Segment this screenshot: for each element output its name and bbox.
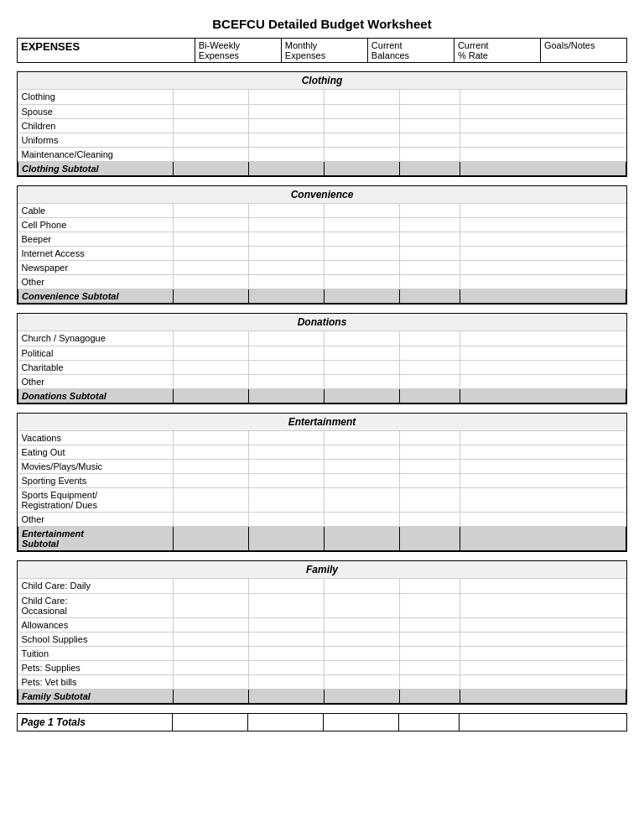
data-cell: [174, 204, 249, 218]
subtotal-cell: [174, 388, 249, 403]
data-cell: [325, 646, 400, 660]
data-cell: [460, 646, 626, 660]
table-row: Eating Out: [18, 445, 626, 460]
data-cell: [174, 261, 249, 275]
table-row: Spouse: [18, 104, 626, 118]
data-cell: [400, 374, 460, 388]
page-totals-col5: [460, 713, 627, 731]
row-label: Other: [18, 513, 174, 527]
row-label: Allowances: [18, 617, 174, 632]
sections-container: ClothingClothingSpouseChildrenUniformsMa…: [17, 71, 627, 705]
row-label: Newspaper: [18, 261, 174, 275]
section-entertainment: EntertainmentVacationsEating OutMovies/P…: [17, 413, 627, 553]
table-row: Other: [18, 374, 626, 388]
row-label: Child Care: Daily: [18, 579, 174, 593]
data-cell: [460, 360, 626, 374]
data-cell: [400, 360, 460, 374]
data-cell: [400, 247, 460, 261]
row-label: Political: [18, 346, 174, 360]
subtotal-label: Donations Subtotal: [18, 388, 174, 403]
subtotal-cell: [325, 388, 400, 403]
data-cell: [325, 513, 400, 527]
data-cell: [174, 346, 249, 360]
header-current-balances: Current Balances: [367, 39, 454, 63]
subtotal-cell: [249, 388, 325, 403]
row-label: Clothing: [18, 90, 174, 104]
data-cell: [249, 674, 325, 689]
data-cell: [325, 674, 400, 689]
data-cell: [460, 488, 626, 513]
page-title: BCEFCU Detailed Budget Worksheet: [17, 17, 627, 31]
data-cell: [174, 374, 249, 388]
data-cell: [249, 445, 325, 460]
table-row: Pets: Supplies: [18, 660, 626, 674]
subtotal-cell: [325, 289, 400, 304]
data-cell: [460, 431, 626, 445]
data-cell: [400, 445, 460, 460]
data-cell: [460, 593, 626, 617]
data-cell: [460, 474, 626, 488]
data-cell: [249, 104, 325, 118]
data-cell: [249, 118, 325, 133]
data-cell: [249, 261, 325, 275]
table-row: Beeper: [18, 232, 626, 247]
data-cell: [174, 275, 249, 289]
data-cell: [325, 617, 400, 632]
data-cell: [325, 133, 400, 147]
data-cell: [325, 331, 400, 346]
table-row: Cell Phone: [18, 218, 626, 232]
data-cell: [325, 204, 400, 218]
data-cell: [460, 204, 626, 218]
subtotal-label: EntertainmentSubtotal: [18, 527, 174, 551]
data-cell: [400, 513, 460, 527]
data-cell: [325, 147, 400, 161]
data-cell: [174, 90, 249, 104]
data-cell: [325, 445, 400, 460]
data-cell: [174, 579, 249, 593]
section-table-convenience: CableCell PhoneBeeperInternet AccessNews…: [18, 204, 626, 305]
table-row: Sports Equipment/Registration/ Dues: [18, 488, 626, 513]
data-cell: [400, 488, 460, 513]
table-row: Sporting Events: [18, 474, 626, 488]
data-cell: [249, 360, 325, 374]
data-cell: [400, 331, 460, 346]
section-family: FamilyChild Care: DailyChild Care:Occasi…: [17, 560, 627, 705]
data-cell: [460, 617, 626, 632]
section-title-family: Family: [18, 561, 626, 579]
data-cell: [174, 360, 249, 374]
row-label: Spouse: [18, 104, 174, 118]
subtotal-cell: [249, 689, 325, 703]
data-cell: [174, 593, 249, 617]
data-cell: [460, 218, 626, 232]
table-row: Child Care:Occasional: [18, 593, 626, 617]
subtotal-cell: [400, 689, 460, 703]
subtotal-cell: [174, 289, 249, 304]
subtotal-cell: [400, 388, 460, 403]
data-cell: [249, 275, 325, 289]
row-label: Pets: Supplies: [18, 660, 174, 674]
header-goals-notes: Goals/Notes: [540, 39, 626, 63]
data-cell: [249, 660, 325, 674]
row-label: School Supplies: [18, 632, 174, 646]
data-cell: [325, 460, 400, 474]
data-cell: [325, 90, 400, 104]
data-cell: [325, 431, 400, 445]
data-cell: [400, 579, 460, 593]
subtotal-cell: [249, 289, 325, 304]
data-cell: [400, 674, 460, 689]
header-table: EXPENSES Bi-Weekly Expenses Monthly Expe…: [17, 38, 627, 63]
row-label: Uniforms: [18, 133, 174, 147]
table-row: Internet Access: [18, 247, 626, 261]
row-label: Sporting Events: [18, 474, 174, 488]
expenses-label: EXPENSES: [18, 39, 195, 63]
page-totals-col2: [248, 713, 324, 731]
row-label: Movies/Plays/Music: [18, 460, 174, 474]
section-convenience: ConvenienceCableCell PhoneBeeperInternet…: [17, 185, 627, 305]
data-cell: [174, 331, 249, 346]
data-cell: [400, 460, 460, 474]
data-cell: [174, 460, 249, 474]
row-label: Cable: [18, 204, 174, 218]
data-cell: [460, 579, 626, 593]
subtotal-cell: [460, 689, 626, 703]
data-cell: [400, 660, 460, 674]
